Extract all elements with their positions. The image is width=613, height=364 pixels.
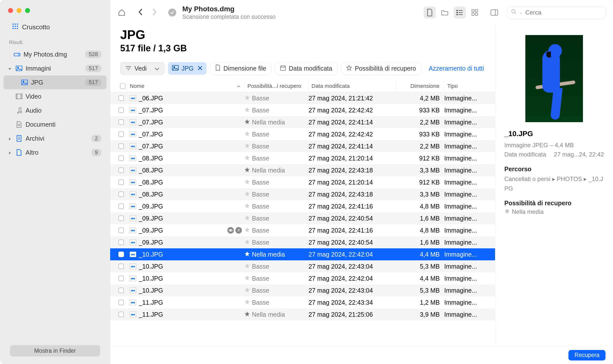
sidebar: Cruscotto Risult. My Photos.dmg 528 Imma…	[0, 0, 110, 364]
back-button[interactable]	[136, 8, 145, 17]
svg-rect-5	[17, 26, 18, 27]
size-filter-button[interactable]: Dimensione file	[210, 62, 271, 75]
window-subtitle: Scansione completata con successo	[182, 14, 275, 20]
table-row[interactable]: _08.JPG Basse 27 mag 2024, 22:43:18 3,3 …	[110, 188, 495, 200]
table-row[interactable]: _09.JPG Basse 27 mag 2024, 22:41:16 4,8 …	[110, 200, 495, 212]
file-name: _06.JPG	[139, 95, 163, 102]
sidebar-item-archives[interactable]: Archivi 2	[4, 131, 106, 145]
row-type: Immagine...	[444, 95, 495, 102]
row-checkbox[interactable]	[116, 276, 127, 281]
row-checkbox[interactable]	[116, 179, 127, 185]
recover-button[interactable]: Recupera	[568, 350, 605, 360]
view-list-button[interactable]	[454, 7, 466, 19]
star-icon	[244, 119, 250, 126]
select-all-checkbox[interactable]	[116, 80, 127, 92]
remove-chip-button[interactable]	[198, 65, 203, 72]
close-window-button[interactable]	[8, 8, 13, 13]
table-row[interactable]: _07.JPG Basse 27 mag 2024, 22:41:14 2,2 …	[110, 140, 495, 152]
search-box[interactable]: ⌄	[507, 6, 606, 19]
col-possibility[interactable]: Possibilità...i recupero	[244, 80, 309, 92]
row-checkbox[interactable]	[116, 252, 127, 257]
home-button[interactable]	[116, 7, 128, 19]
row-checkbox[interactable]	[116, 228, 127, 233]
view-file-button[interactable]	[424, 7, 436, 19]
row-checkbox[interactable]	[116, 107, 127, 113]
minimize-window-button[interactable]	[17, 8, 22, 13]
row-date: 27 mag 2024, 22:43:04	[309, 287, 396, 294]
row-date: 27 mag 2024, 22:42:42	[309, 107, 396, 114]
date-filter-button[interactable]: Data modificata	[275, 62, 338, 75]
search-input[interactable]	[525, 9, 602, 16]
col-size[interactable]: Dimensione	[396, 80, 444, 92]
row-checkbox[interactable]	[116, 240, 127, 245]
sidebar-item-other[interactable]: Altro 9	[4, 145, 106, 159]
sidebar-item-documents[interactable]: Documenti	[4, 117, 106, 131]
table-row[interactable]: _11.JPG Nella media 27 mag 2024, 21:25:0…	[110, 308, 495, 320]
sidebar-item-images[interactable]: Immagini 517	[4, 61, 106, 75]
table-row[interactable]: _10.JPG Basse 27 mag 2024, 22:43:04 5,3 …	[110, 260, 495, 272]
caret-down-icon[interactable]	[8, 65, 13, 72]
table-row[interactable]: _09.JPG# Basse 27 mag 2024, 22:41:16 4,8…	[110, 224, 495, 236]
row-checkbox[interactable]	[116, 155, 127, 161]
table-row[interactable]: _06.JPG Basse 27 mag 2024, 21:21:42 4,2 …	[110, 92, 495, 104]
view-filter-button[interactable]: Vedi	[120, 62, 165, 75]
table-row[interactable]: _09.JPG Basse 27 mag 2024, 22:40:54 1,6 …	[110, 212, 495, 224]
col-type[interactable]: Tipo	[444, 80, 495, 92]
sort-asc-icon	[237, 83, 244, 89]
row-checkbox[interactable]	[116, 264, 127, 269]
row-checkbox[interactable]	[116, 216, 127, 221]
table-row[interactable]: _10.JPG Basse 27 mag 2024, 22:43:04 5,3 …	[110, 284, 495, 296]
file-thumb-icon	[130, 300, 136, 305]
chip-label: JPG	[182, 65, 194, 72]
sidebar-item-jpg[interactable]: JPG 517	[4, 75, 106, 89]
row-checkbox[interactable]	[116, 288, 127, 293]
table-row[interactable]: _08.JPG Nella media 27 mag 2024, 22:43:1…	[110, 164, 495, 176]
active-filter-chip[interactable]: JPG	[168, 62, 207, 75]
file-name: _09.JPG	[139, 239, 163, 246]
row-checkbox[interactable]	[116, 95, 127, 101]
toggle-panel-button[interactable]	[488, 7, 500, 19]
col-name[interactable]: Nome	[127, 80, 244, 92]
file-thumb-icon	[130, 312, 136, 317]
row-checkbox[interactable]	[116, 312, 127, 317]
file-name: _11.JPG	[139, 299, 163, 306]
svg-point-20	[457, 12, 458, 13]
row-checkbox[interactable]	[116, 131, 127, 137]
row-checkbox[interactable]	[116, 300, 127, 305]
zoom-window-button[interactable]	[25, 8, 30, 13]
row-checkbox[interactable]	[116, 204, 127, 209]
table-row[interactable]: _09.JPG Basse 27 mag 2024, 22:40:54 1,6 …	[110, 236, 495, 248]
table-row[interactable]: _07.JPG Basse 27 mag 2024, 22:42:42 933 …	[110, 128, 495, 140]
caret-right-icon[interactable]	[8, 149, 13, 156]
view-grid-button[interactable]	[469, 7, 481, 19]
row-type: Immagine...	[444, 263, 495, 270]
sidebar-item-video[interactable]: Video	[4, 89, 106, 103]
sidebar-dashboard[interactable]: Cruscotto	[0, 18, 110, 36]
caret-right-icon[interactable]	[8, 135, 13, 142]
row-checkbox[interactable]	[116, 143, 127, 149]
table-row[interactable]: _07.JPG Nella media 27 mag 2024, 22:41:1…	[110, 116, 495, 128]
table-row[interactable]: _10.JPG Basse 27 mag 2024, 22:42:04 4,4 …	[110, 272, 495, 284]
row-date: 27 mag 2024, 21:25:06	[309, 311, 396, 318]
row-checkbox[interactable]	[116, 119, 127, 125]
star-icon	[244, 131, 250, 138]
show-in-finder-button[interactable]: Mostra in Finder	[10, 345, 100, 356]
reset-filters-link[interactable]: Azzeramento di tutti	[429, 65, 485, 72]
table-row[interactable]: _07.JPG Basse 27 mag 2024, 22:42:42 933 …	[110, 104, 495, 116]
row-size: 4,2 MB	[396, 95, 444, 102]
col-date[interactable]: Data modificata	[309, 80, 396, 92]
sidebar-item-audio[interactable]: Audio	[4, 103, 106, 117]
row-checkbox[interactable]	[116, 192, 127, 197]
forward-button[interactable]	[150, 8, 159, 17]
table-row[interactable]: _08.JPG Basse 27 mag 2024, 21:20:14 912 …	[110, 152, 495, 164]
view-folder-button[interactable]	[439, 7, 451, 19]
sidebar-item-disk[interactable]: My Photos.dmg 528	[4, 47, 106, 61]
table-row[interactable]: _11.JPG Basse 27 mag 2024, 22:43:34 1,2 …	[110, 296, 495, 308]
table-row[interactable]: _08.JPG Basse 27 mag 2024, 21:20:14 912 …	[110, 176, 495, 188]
recovery-filter-button[interactable]: Possibilità di recupero	[341, 62, 421, 75]
table-row[interactable]: _10.JPG Nella media 27 mag 2024, 22:42:0…	[110, 248, 495, 260]
detail-panel: _10.JPG Immagine JPEG – 4,4 MB Data modi…	[495, 25, 613, 346]
svg-point-14	[23, 81, 24, 82]
row-checkbox[interactable]	[116, 167, 127, 173]
star-icon	[244, 215, 250, 222]
